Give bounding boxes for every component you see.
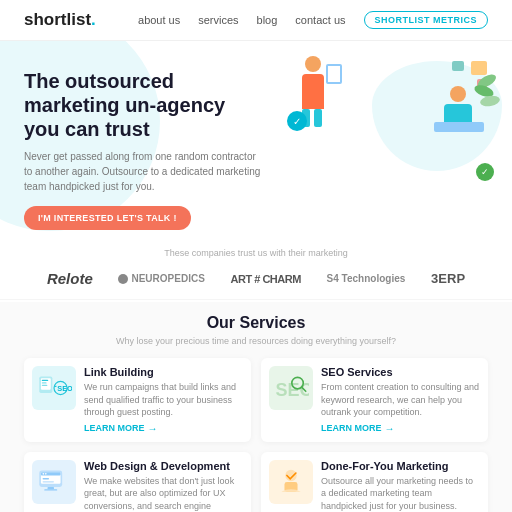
svg-rect-19	[44, 489, 57, 490]
hero-illustration: ✓ ✓	[282, 51, 502, 201]
navbar: shortlist. about us services blog contac…	[0, 0, 512, 41]
laptop-icon	[434, 122, 484, 132]
trust-label: These companies trust us with their mark…	[24, 248, 488, 258]
web-svg	[36, 464, 72, 500]
svg-rect-4	[42, 385, 48, 386]
brand-art-charm: ART # CHARM	[231, 273, 301, 285]
done-icon	[269, 460, 313, 504]
brand-s4tech: S4 Technologies	[327, 273, 406, 284]
hero-cta-button[interactable]: I'M INTERESTED LET'S TALK !	[24, 206, 191, 230]
svg-rect-16	[43, 478, 50, 480]
brand-neuropedics: NEUROPEDICS	[118, 273, 204, 284]
svg-rect-18	[47, 487, 54, 489]
nav-contact[interactable]: contact us	[295, 14, 345, 26]
svg-point-15	[45, 473, 47, 475]
services-title: Our Services	[24, 314, 488, 332]
link-building-svg: SEO	[36, 370, 72, 406]
brand-relote: Relote	[47, 270, 93, 287]
services-grid: SEO Link Building We run campaigns that …	[24, 358, 488, 512]
hero-title: The outsourced marketing un-agency you c…	[24, 69, 264, 141]
person-body	[302, 74, 324, 109]
brand-3erp: 3ERP	[431, 271, 465, 286]
plant-decoration	[472, 71, 502, 121]
svg-rect-2	[42, 380, 49, 381]
link-building-title: Link Building	[84, 366, 243, 378]
svg-point-14	[43, 473, 45, 475]
tablet-icon	[326, 64, 342, 84]
seo-svg: SEO	[273, 370, 309, 406]
done-title: Done-For-You Marketing	[321, 460, 480, 472]
check-badge-2: ✓	[476, 163, 494, 181]
seo-desc: From content creation to consulting and …	[321, 381, 480, 419]
web-info: Web Design & Development We make website…	[84, 460, 243, 512]
leaf-3	[479, 94, 500, 107]
hero-content: The outsourced marketing un-agency you c…	[24, 69, 264, 230]
hero-subtitle: Never get passed along from one random c…	[24, 149, 264, 194]
web-title: Web Design & Development	[84, 460, 243, 472]
svg-rect-17	[43, 481, 54, 482]
service-card-web: Web Design & Development We make website…	[24, 452, 251, 512]
done-desc: Outsource all your marketing needs to a …	[321, 475, 480, 512]
check-badge-1: ✓	[287, 111, 307, 131]
nav-services[interactable]: services	[198, 14, 238, 26]
hero-section: The outsourced marketing un-agency you c…	[0, 41, 512, 240]
web-icon	[32, 460, 76, 504]
brand-logos: Relote NEUROPEDICS ART # CHARM S4 Techno…	[24, 266, 488, 291]
link-building-desc: We run campaigns that build links and se…	[84, 381, 243, 419]
svg-text:SEO: SEO	[57, 384, 72, 393]
seo-info: SEO Services From content creation to co…	[321, 366, 480, 434]
seo-arrow-icon: →	[385, 423, 395, 434]
metrics-button[interactable]: SHORTLIST METRICS	[364, 11, 489, 29]
link-building-info: Link Building We run campaigns that buil…	[84, 366, 243, 434]
done-svg	[273, 464, 309, 500]
deco-square-2	[452, 61, 464, 71]
seo-link[interactable]: LEARN MORE →	[321, 423, 480, 434]
leg-right	[314, 109, 322, 127]
svg-rect-3	[42, 382, 47, 383]
person-man	[444, 86, 472, 132]
trust-bar: These companies trust us with their mark…	[0, 240, 512, 297]
man-head	[450, 86, 466, 102]
nav-blog[interactable]: blog	[257, 14, 278, 26]
nav-links: about us services blog contact us SHORTL…	[138, 11, 488, 29]
nav-about[interactable]: about us	[138, 14, 180, 26]
service-card-seo: SEO SEO Services From content creation t…	[261, 358, 488, 442]
services-subtitle: Why lose your precious time and resource…	[24, 336, 488, 346]
done-info: Done-For-You Marketing Outsource all you…	[321, 460, 480, 512]
logo: shortlist.	[24, 10, 96, 30]
link-building-icon: SEO	[32, 366, 76, 410]
arrow-icon: →	[148, 423, 158, 434]
services-section: Our Services Why lose your precious time…	[0, 302, 512, 512]
link-building-link[interactable]: LEARN MORE →	[84, 423, 243, 434]
service-card-link-building: SEO Link Building We run campaigns that …	[24, 358, 251, 442]
person-head	[305, 56, 321, 72]
divider	[0, 299, 512, 300]
seo-icon: SEO	[269, 366, 313, 410]
neuro-icon	[118, 274, 128, 284]
service-card-done: Done-For-You Marketing Outsource all you…	[261, 452, 488, 512]
seo-title: SEO Services	[321, 366, 480, 378]
web-desc: We make websites that don't just look gr…	[84, 475, 243, 512]
